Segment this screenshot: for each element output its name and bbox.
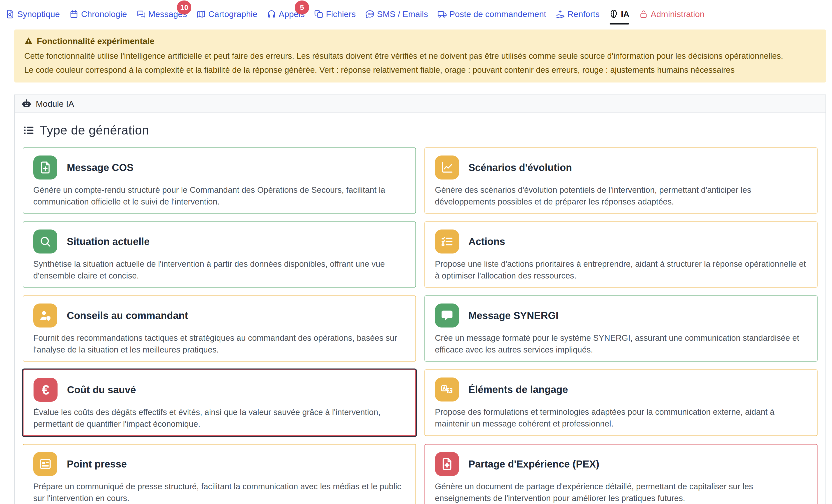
- generation-type-card-message-cos[interactable]: Message COSGénère un compte-rendu struct…: [23, 147, 416, 214]
- module-ia-panel: Module IA Type de génération Message COS…: [14, 94, 826, 504]
- nav-item-label: SMS / Emails: [377, 8, 428, 20]
- language-icon: [435, 377, 459, 401]
- generation-type-card-partage-experience-pex[interactable]: Partage d'Expérience (PEX)Génère un docu…: [424, 444, 818, 504]
- newspaper-icon: [33, 452, 57, 476]
- chart-line-icon: [435, 156, 459, 179]
- generation-type-card-situation-actuelle[interactable]: Situation actuelleSynthétise la situatio…: [23, 222, 416, 287]
- card-description: Génère un document de partage d'expérien…: [435, 480, 807, 504]
- card-header: Situation actuelle: [33, 229, 406, 253]
- file-medical-icon: [435, 452, 459, 476]
- card-title: Scénarios d'évolution: [469, 162, 572, 173]
- nav-item-fichiers[interactable]: Fichiers: [314, 8, 356, 20]
- card-header: Partage d'Expérience (PEX): [435, 452, 807, 476]
- map-icon: [197, 9, 206, 19]
- section-title: Type de génération: [23, 123, 817, 138]
- nav-item-label: IA: [621, 8, 629, 20]
- card-title: Point presse: [67, 458, 127, 470]
- card-header: Scénarios d'évolution: [435, 156, 807, 179]
- headset-icon: [267, 9, 276, 19]
- card-title: Conseils au commandant: [67, 310, 188, 321]
- card-header: €Coût du sauvé: [33, 378, 405, 402]
- card-header: Actions: [435, 229, 807, 253]
- card-description: Propose une liste d'actions prioritaires…: [435, 258, 807, 281]
- card-header: Conseils au commandant: [33, 304, 406, 328]
- card-description: Synthétise la situation actuelle de l'in…: [33, 258, 406, 281]
- nav-item-label: Chronologie: [81, 8, 127, 20]
- svg-text:SMS: SMS: [368, 12, 373, 15]
- generation-type-card-actions[interactable]: ActionsPropose une liste d'actions prior…: [424, 222, 818, 287]
- card-header: Point presse: [33, 452, 406, 476]
- experimental-warning-banner: Fonctionnalité expérimentale Cette fonct…: [14, 29, 826, 83]
- notification-badge: 5: [295, 0, 309, 15]
- card-description: Génère un compte-rendu structuré pour le…: [33, 184, 406, 207]
- truck-icon: [438, 9, 447, 19]
- lock-icon: [639, 9, 648, 19]
- card-description: Prépare un communiqué de presse structur…: [33, 480, 406, 504]
- generation-type-grid: Message COSGénère un compte-rendu struct…: [23, 147, 817, 504]
- calendar-icon: [69, 9, 79, 19]
- nav-item-sms-emails[interactable]: SMSSMS / Emails: [365, 8, 428, 20]
- card-title: Actions: [469, 236, 505, 247]
- nav-item-poste-de-commandement[interactable]: Poste de commandement: [438, 8, 546, 20]
- nav-item-synoptique[interactable]: Synoptique: [5, 8, 60, 20]
- card-description: Crée un message formaté pour le système …: [435, 332, 807, 356]
- brain-icon: [609, 9, 618, 19]
- notification-badge: 10: [177, 0, 191, 15]
- list-icon: [23, 124, 34, 136]
- nav-item-label: Renforts: [568, 8, 600, 20]
- nav-item-administration[interactable]: Administration: [639, 8, 704, 20]
- warning-triangle-icon: [24, 37, 33, 45]
- nav-item-messages[interactable]: Messages10: [136, 8, 187, 20]
- user-shield-icon: [33, 304, 57, 328]
- nav-item-label: Cartographie: [208, 8, 257, 20]
- banner-line-2: Le code couleur correspond à la complexi…: [24, 64, 816, 76]
- card-description: Fournit des recommandations tactiques et…: [33, 332, 406, 356]
- generation-type-card-conseils-au-commandant[interactable]: Conseils au commandantFournit des recomm…: [23, 296, 416, 362]
- card-title: Éléments de langage: [469, 384, 568, 395]
- file-plus-icon: [33, 156, 57, 179]
- nav-item-ia[interactable]: IA: [609, 8, 629, 20]
- generation-type-card-point-presse[interactable]: Point pressePrépare un communiqué de pre…: [23, 444, 416, 504]
- card-title: Situation actuelle: [67, 236, 150, 247]
- nav-item-label: Synoptique: [17, 8, 60, 20]
- hand-plus-icon: [556, 9, 565, 19]
- card-title: Coût du sauvé: [67, 384, 136, 395]
- card-title: Message SYNERGI: [469, 310, 558, 321]
- module-ia-title: Module IA: [36, 99, 74, 109]
- message-icon: [435, 304, 459, 328]
- top-navigation-bar: SynoptiqueChronologieMessages10Cartograp…: [0, 0, 832, 26]
- nav-item-label: Fichiers: [326, 8, 356, 20]
- banner-title: Fonctionnalité expérimentale: [37, 35, 154, 47]
- card-header: Message COS: [33, 156, 406, 179]
- nav-item-chronologie[interactable]: Chronologie: [69, 8, 127, 20]
- module-ia-body: Type de génération Message COSGénère un …: [15, 113, 826, 504]
- banner-line-1: Cette fonctionnalité utilise l'intellige…: [24, 50, 816, 62]
- files-icon: [314, 9, 323, 19]
- search-icon: [33, 229, 57, 253]
- nav-item-label: Administration: [651, 8, 704, 20]
- euro-icon: €: [33, 378, 57, 402]
- file-search-icon: [5, 9, 15, 19]
- card-description: Propose des formulations et terminologie…: [435, 406, 807, 429]
- generation-type-card-scenarios-evolution[interactable]: Scénarios d'évolutionGénère des scénario…: [424, 147, 818, 214]
- card-header: Éléments de langage: [435, 377, 807, 401]
- card-title: Message COS: [67, 162, 134, 173]
- card-description: Génère des scénarios d'évolution potenti…: [435, 184, 807, 207]
- nav-item-renforts[interactable]: Renforts: [556, 8, 600, 20]
- nav-item-cartographie[interactable]: Cartographie: [197, 8, 257, 20]
- module-ia-header: Module IA: [15, 95, 826, 113]
- generation-type-card-cout-du-sauve[interactable]: €Coût du sauvéÉvalue les coûts des dégât…: [23, 369, 416, 436]
- sms-bubble-icon: SMS: [365, 9, 374, 19]
- section-title-label: Type de génération: [40, 123, 149, 138]
- nav-item-label: Poste de commandement: [449, 8, 546, 20]
- generation-type-card-elements-de-langage[interactable]: Éléments de langagePropose des formulati…: [424, 369, 818, 436]
- card-header: Message SYNERGI: [435, 304, 807, 328]
- robot-icon: [21, 99, 32, 109]
- chat-bubbles-icon: [136, 9, 146, 19]
- card-description: Évalue les coûts des dégâts effectifs et…: [33, 406, 405, 430]
- generation-type-card-message-synergi[interactable]: Message SYNERGICrée un message formaté p…: [424, 296, 818, 362]
- nav-item-appels[interactable]: Appels5: [267, 8, 305, 20]
- card-title: Partage d'Expérience (PEX): [469, 458, 599, 470]
- list-check-icon: [435, 229, 459, 253]
